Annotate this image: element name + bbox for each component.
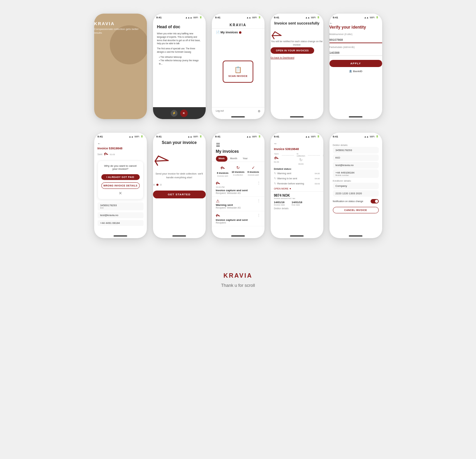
stat-paid-label: invoices paid	[248, 174, 259, 176]
list-tabs: Week Month Year	[212, 156, 265, 162]
toggle-control[interactable]	[371, 199, 379, 203]
time-4: 9:41	[274, 16, 279, 19]
doc-flash-btn[interactable]: ⚡	[171, 110, 177, 117]
due-date-val: 14/01/18	[292, 201, 302, 204]
phone-notch-2: 9:41 ▲▲▲ WiFi 🔋	[153, 14, 206, 21]
stat-collection: ↻ 10 invoices in-collection	[231, 165, 245, 177]
due-date-block: 14/01/18 Due date	[292, 201, 302, 206]
tab-year[interactable]: Year	[240, 156, 251, 162]
stat-sent: 6 invoices invoices sent	[216, 165, 230, 177]
footer-tagline: Thank u for scroll	[221, 283, 255, 288]
cancel-x[interactable]: ✕	[101, 191, 140, 196]
battery-icon-4: 🔋	[317, 16, 320, 19]
time-3: 9:41	[215, 16, 221, 19]
wifi-icon-3: WiFi	[252, 16, 257, 19]
back-arrow-6[interactable]: ←	[98, 142, 101, 145]
detail-header: ←	[271, 140, 323, 147]
back-arrow-9[interactable]: ←	[274, 142, 277, 145]
invoice-header: KRAVIA	[212, 21, 265, 29]
kravia-logo-3: KRAVIA	[216, 23, 260, 27]
list-item-2[interactable]: ⋮ Invoice capture and sent Recipient:	[212, 211, 265, 226]
home-bar-3	[231, 116, 245, 117]
verify-inner: ← Verify your identity Mobilnummer (8 si…	[329, 21, 382, 73]
back-dashboard-btn[interactable]: Go back to Dashboard	[271, 56, 294, 59]
list-item-dots-1[interactable]: ⋮	[257, 199, 260, 202]
cancel-invoice-btn[interactable]: CANCEL INVOICE	[333, 207, 379, 213]
time-5: 9:41	[333, 16, 338, 19]
debtor-section-label: Debtor details	[274, 207, 320, 210]
stat-sent-num: 6 invoices	[217, 172, 228, 174]
back-arrow-5[interactable]: ←	[329, 21, 382, 25]
settings-icon[interactable]: ⚙	[258, 110, 260, 113]
home-bar-5	[349, 116, 362, 117]
list-content: ☰ My invoices Week Month Year	[212, 140, 265, 234]
battery-icon-6: 🔋	[140, 135, 143, 138]
dob-input[interactable]	[329, 50, 382, 56]
doc-avatar: K	[180, 110, 188, 117]
open-invoices-btn[interactable]: OPEN IN YOUR INVOICES	[271, 47, 314, 54]
wifi-icon-5: WiFi	[370, 16, 375, 19]
doc-bullet-1: • The refractor telescop	[157, 55, 202, 59]
logout-link[interactable]: Log out	[216, 110, 224, 113]
tab-month[interactable]: Month	[227, 156, 240, 162]
wrong-invoice-btn[interactable]: WRONG INVOICE DETAILS	[101, 182, 140, 189]
footer-logo: KRAVIA	[223, 272, 253, 279]
stat-collection-icon: ↻	[236, 165, 240, 170]
mobile-label: Mobilnummer (8 sifer)	[329, 33, 382, 35]
inv-amount: 9874 NOK	[274, 194, 320, 197]
phone-detail: 9:41 ▲▲ WiFi 🔋 ← Invoice 53919848 Sent	[271, 133, 323, 238]
stat-collection-label: in-collection	[233, 174, 243, 176]
list-item-icon-1: ⚠	[216, 199, 220, 203]
debtor-phone-label: Mobile number	[336, 174, 376, 176]
phone-notch-8: 9:41 ▲▲ WiFi 🔋	[212, 133, 265, 140]
scan-send-icon	[153, 144, 206, 173]
inv-amount-label: Invoice amount incl. tax	[274, 197, 320, 199]
status-icons-8: ▲▲ WiFi 🔋	[247, 135, 261, 138]
time-10: 9:41	[333, 135, 338, 138]
doc-title: Head of doc	[157, 24, 202, 29]
signal-icon-10: ▲▲	[364, 135, 369, 138]
apply-btn[interactable]: APPLY	[329, 60, 382, 67]
doc-content: Head of doc When you enter into any baff…	[153, 21, 206, 107]
get-started-btn[interactable]: GET STARTED	[153, 191, 206, 198]
list-item-dots-0[interactable]: ⋮	[257, 181, 260, 185]
debtor-section-label: Debtor details:	[333, 144, 379, 146]
list-item-header-0: ⋮	[216, 181, 260, 186]
wifi-icon-6: WiFi	[135, 135, 139, 138]
inv-date-label: Invoice date	[274, 204, 285, 206]
status-icons-7: ▲▲ WiFi 🔋	[188, 135, 202, 138]
home-bar-10	[349, 235, 362, 236]
signal-icon-9: ▲▲	[305, 135, 310, 138]
phone-doc: 9:41 ▲▲▲ WiFi 🔋 Head of doc When you ent…	[153, 14, 206, 119]
list-item-0[interactable]: ⋮ 13.02.PM Invoice capture and sent Reci…	[212, 179, 265, 197]
detail-inv-title: Invoice 53919848	[271, 147, 323, 151]
mobile-input[interactable]	[329, 37, 382, 43]
open-more-btn[interactable]: OPEN MORE ▼	[271, 186, 323, 191]
verify-title: Verify your identity	[329, 25, 382, 30]
tab-week[interactable]: Week	[216, 156, 227, 162]
scan-invoice-box[interactable]: 📋 SCAN INVOICE	[223, 61, 253, 83]
phones-grid: 9:41 ▲▲▲ WiFi 🔋 KRAVIA Compassionate col…	[7, 14, 469, 288]
invoice-badge	[239, 31, 241, 34]
stat-paid-num: 6 invoices	[248, 171, 259, 173]
status-icons-10: ▲▲ WiFi 🔋	[364, 135, 379, 138]
phone-hero: 9:41 ▲▲▲ WiFi 🔋 KRAVIA Compassionate col…	[94, 14, 147, 119]
inv-date-block: 14/01/18 Invoice date	[274, 201, 285, 206]
scan-dots	[153, 184, 206, 186]
list-item-icon-2	[216, 213, 220, 218]
list-item-title-1: Warning sent	[216, 203, 260, 207]
phone-notch-3: 9:41 ▲▲ WiFi 🔋	[212, 14, 265, 21]
menu-icon[interactable]: ☰	[216, 142, 260, 148]
status-line-2: ———	[308, 153, 320, 158]
already-paid-btn[interactable]: I ALREADY GOT PAID	[101, 174, 140, 180]
list-item-icon-0	[216, 181, 220, 186]
status-row-0: ↻ Warning sent 04:00	[271, 171, 323, 176]
debtor-number-10: 34569178293	[333, 147, 379, 153]
list-item-title-0: Invoice capture and sent	[216, 189, 260, 192]
list-item-dots-2[interactable]: ⋮	[257, 213, 260, 217]
phone-notch-4: 9:41 ▲▲ WiFi 🔋	[271, 14, 323, 21]
detailed-status-title: Detailed status:	[271, 166, 323, 171]
cancel-status-row: Sent 01:03	[94, 150, 147, 159]
list-item-1[interactable]: ⚠ ⋮ Warning sent Recipient: Websider AS	[212, 197, 265, 211]
kreditor-section-label: Kreditorer details:	[333, 180, 379, 182]
